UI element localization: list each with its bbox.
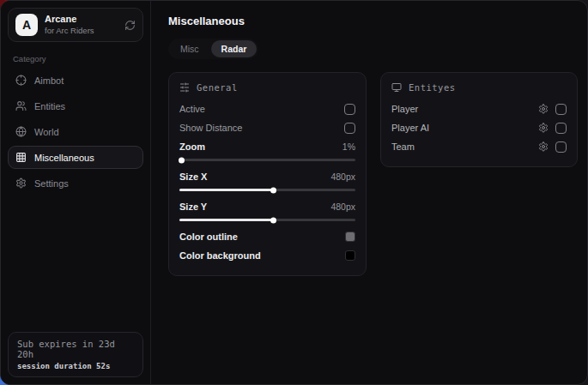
color-label: Color background [179, 250, 261, 261]
zoom-slider[interactable] [179, 159, 355, 161]
entities-panel-title: Entityes [409, 82, 456, 93]
sidebar-item-miscellaneous[interactable]: Miscellaneous [8, 146, 143, 169]
slider-row-zoom: Zoom 1% [179, 137, 355, 156]
sidebar-item-label: Aimbot [34, 75, 64, 86]
sidebar-item-label: Settings [34, 178, 69, 189]
category-label: Category [13, 54, 138, 63]
toggle-row-active: Active [179, 99, 355, 118]
sidebar-nav: Aimbot Entities World Miscellaneous [8, 69, 143, 195]
gear-icon [15, 177, 27, 189]
page-title: Miscellaneous [168, 15, 578, 27]
entity-row-player: Player [391, 99, 567, 118]
general-panel-title: General [197, 82, 238, 93]
color-label: Color outline [179, 232, 238, 242]
toggle-label: Show Distance [179, 123, 242, 133]
slider-label: Size X [179, 171, 207, 182]
show-distance-checkbox[interactable] [344, 123, 355, 134]
tab-radar[interactable]: Radar [211, 40, 258, 57]
active-checkbox[interactable] [344, 104, 355, 115]
entity-row-player-ai: Player AI [391, 118, 567, 137]
refresh-icon[interactable] [124, 20, 136, 31]
size-x-slider[interactable] [179, 189, 355, 191]
toggle-label: Active [179, 104, 205, 114]
sidebar-item-aimbot[interactable]: Aimbot [8, 69, 143, 92]
panels-row: General Active Show Distance Zoom 1% [168, 72, 578, 276]
entity-label: Player AI [391, 123, 538, 133]
color-outline-swatch[interactable] [345, 232, 355, 242]
player-settings-gear-icon[interactable] [538, 104, 549, 114]
app-window: A Arcane for Arc Riders Category Aimbot [0, 0, 588, 385]
sub-expiry-text: Sub expires in 23d 20h [17, 339, 134, 359]
sidebar-item-label: Miscellaneous [34, 153, 94, 163]
brand-logo: A [15, 14, 38, 36]
slider-row-size-x: Size X 480px [179, 167, 355, 186]
grid-icon [15, 152, 27, 163]
subscription-card: Sub expires in 23d 20h session duration … [8, 332, 143, 377]
session-duration-text: session duration 52s [17, 362, 134, 370]
size-y-slider-fill [179, 219, 273, 221]
team-settings-gear-icon[interactable] [538, 141, 549, 152]
entities-panel: Entityes Player Player AI [380, 72, 578, 167]
tab-misc[interactable]: Misc [170, 40, 209, 57]
brand-text: Arcane for Arc Riders [45, 14, 94, 36]
sidebar-item-world[interactable]: World [8, 120, 143, 143]
brand-subtitle: for Arc Riders [45, 26, 94, 36]
sidebar: A Arcane for Arc Riders Category Aimbot [1, 1, 151, 384]
sliders-icon [179, 82, 190, 93]
zoom-slider-fill [179, 159, 181, 161]
entity-row-team: Team [391, 137, 567, 156]
general-panel-header: General [179, 82, 355, 93]
tab-bar: Misc Radar [168, 39, 258, 59]
color-background-swatch[interactable] [345, 250, 355, 261]
entity-label: Team [391, 141, 538, 152]
users-icon [15, 100, 27, 111]
size-y-slider-thumb[interactable] [270, 217, 276, 223]
size-x-slider-fill [179, 189, 273, 191]
general-panel: General Active Show Distance Zoom 1% [168, 72, 367, 276]
player-checkbox[interactable] [555, 104, 567, 115]
brand-title: Arcane [45, 14, 94, 26]
sidebar-item-settings[interactable]: Settings [8, 171, 143, 195]
entity-label: Player [391, 104, 538, 114]
team-checkbox[interactable] [555, 141, 567, 153]
monitor-icon [391, 82, 402, 93]
sidebar-item-label: World [34, 127, 59, 137]
slider-value: 480px [330, 202, 355, 212]
slider-value: 480px [330, 171, 355, 182]
toggle-row-show-distance: Show Distance [179, 118, 355, 137]
sidebar-item-label: Entities [34, 101, 65, 111]
slider-row-size-y: Size Y 480px [179, 197, 355, 216]
player-ai-settings-gear-icon[interactable] [538, 123, 549, 133]
size-x-slider-thumb[interactable] [270, 187, 276, 193]
main-content: Miscellaneous Misc Radar General Active [151, 1, 588, 384]
slider-label: Zoom [179, 141, 205, 152]
color-row-background: Color background [179, 246, 355, 265]
player-ai-checkbox[interactable] [555, 123, 567, 134]
globe-icon [15, 126, 27, 137]
zoom-slider-thumb[interactable] [179, 157, 185, 163]
slider-value: 1% [342, 141, 355, 152]
color-row-outline: Color outline [179, 227, 355, 246]
entities-panel-header: Entityes [391, 82, 567, 93]
size-y-slider[interactable] [179, 219, 355, 221]
brand-card[interactable]: A Arcane for Arc Riders [8, 8, 143, 42]
crosshair-icon [15, 75, 27, 86]
slider-label: Size Y [179, 202, 207, 212]
sidebar-item-entities[interactable]: Entities [8, 94, 143, 117]
